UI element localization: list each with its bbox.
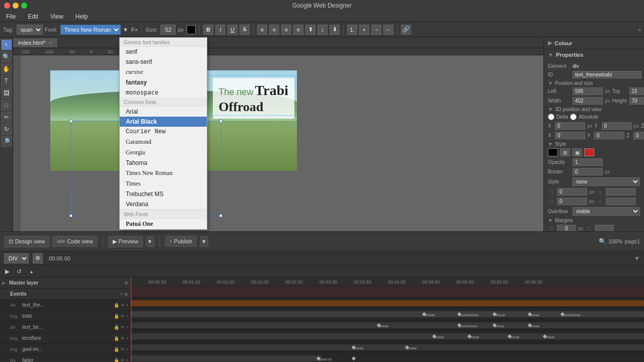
- close-window-btn[interactable]: [4, 3, 10, 9]
- hand-tool[interactable]: ✋: [1, 63, 12, 74]
- image-tool[interactable]: 🖼: [1, 87, 12, 99]
- stroke-color-btn[interactable]: [584, 148, 594, 156]
- publish-btn[interactable]: ↑ Publish: [165, 236, 197, 247]
- publish-arrow[interactable]: ▼: [200, 236, 208, 247]
- absolute-radio[interactable]: [570, 114, 577, 120]
- style-icon-1[interactable]: ⊠: [560, 148, 570, 156]
- tag-select[interactable]: span: [17, 25, 43, 35]
- tab-close-btn[interactable]: ×: [49, 40, 52, 46]
- master-settings-icon[interactable]: ⚙: [124, 281, 128, 286]
- margin-right-input[interactable]: [595, 225, 614, 231]
- list-ul-btn[interactable]: •: [359, 25, 369, 35]
- align-left-btn[interactable]: ≡: [257, 25, 267, 35]
- fill-color-btn[interactable]: [548, 148, 558, 156]
- shape-tool[interactable]: □: [1, 100, 12, 111]
- lock-icon-1[interactable]: 🔒: [114, 314, 119, 319]
- x1-input[interactable]: [555, 122, 585, 130]
- margins-header[interactable]: ▼ Margins: [548, 218, 640, 223]
- delete-icon-0[interactable]: ×: [126, 303, 128, 308]
- delete-icon-1[interactable]: ×: [126, 314, 128, 319]
- delete-icon-2[interactable]: ×: [126, 325, 128, 330]
- delete-icon-5[interactable]: ×: [126, 358, 128, 363]
- link-btn[interactable]: 🔗: [401, 25, 411, 35]
- eye-icon-4[interactable]: 👁: [120, 347, 125, 352]
- marker-btn[interactable]: ⬥: [26, 266, 36, 277]
- expand-btn[interactable]: »: [638, 27, 641, 33]
- y1-input[interactable]: [602, 122, 632, 130]
- font-arial-black[interactable]: Arial Black: [120, 117, 207, 127]
- height-input[interactable]: [629, 97, 644, 105]
- font-fantasy[interactable]: fantasy: [120, 77, 207, 87]
- font-courier-new[interactable]: Courier New: [120, 127, 207, 137]
- style-select[interactable]: none: [573, 177, 640, 186]
- pos3d-header[interactable]: ▼ 3D position and view: [548, 107, 640, 112]
- align-right-btn[interactable]: ≡: [281, 25, 291, 35]
- align-justify-btn[interactable]: ≡: [293, 25, 303, 35]
- tab-index-html[interactable]: index.html* ×: [13, 38, 58, 47]
- border-input[interactable]: [573, 168, 603, 175]
- pen-tool[interactable]: ✏: [1, 112, 12, 123]
- design-view-btn[interactable]: ⊡ Design view: [4, 236, 49, 247]
- playhead[interactable]: [131, 278, 131, 362]
- top-input[interactable]: [629, 87, 644, 95]
- layer-select[interactable]: DIV: [4, 253, 29, 263]
- outdent-btn[interactable]: ←: [383, 25, 393, 35]
- italic-btn[interactable]: I: [215, 25, 225, 35]
- properties-header[interactable]: ▼ Properties: [544, 49, 644, 60]
- rotate-tool[interactable]: ↻: [1, 124, 12, 135]
- font-trebuchet[interactable]: Trebuchet MS: [120, 189, 207, 199]
- id-input[interactable]: [573, 71, 641, 78]
- text-tool[interactable]: T: [1, 75, 12, 86]
- preview-btn[interactable]: ▶ Preview: [108, 236, 143, 247]
- pos-size-header[interactable]: ▼ Position and size: [548, 80, 640, 86]
- font-georgia[interactable]: Georgia: [120, 147, 207, 158]
- font-serif[interactable]: serif: [120, 47, 207, 57]
- code-view-btn[interactable]: </> Code view: [52, 236, 97, 247]
- inspect-tool[interactable]: 🔎: [1, 136, 12, 147]
- handle-tr[interactable]: [219, 120, 222, 123]
- maximize-window-btn[interactable]: [21, 3, 27, 9]
- font-patuaone[interactable]: Patuá One: [120, 219, 207, 229]
- loop-btn[interactable]: ↺: [14, 266, 24, 277]
- y2-input[interactable]: [594, 132, 624, 139]
- margin-top-input[interactable]: [557, 225, 576, 231]
- font-tahoma[interactable]: Tahoma: [120, 158, 207, 168]
- eye-icon-3[interactable]: 👁: [120, 336, 125, 341]
- lock-icon-2[interactable]: 🔒: [114, 325, 119, 330]
- zoom-tool[interactable]: 🔍: [1, 51, 12, 62]
- overflow-select[interactable]: visible hidden scroll: [573, 207, 640, 216]
- align-bottom-btn[interactable]: ⬇: [330, 25, 340, 35]
- left-input[interactable]: [573, 87, 603, 95]
- align-middle-btn[interactable]: ↕: [317, 25, 328, 35]
- align-center-btn[interactable]: ≡: [269, 25, 279, 35]
- font-cursive[interactable]: cursive: [120, 67, 207, 77]
- events-icon[interactable]: +: [120, 292, 123, 297]
- border-b-input[interactable]: [557, 198, 587, 205]
- opacity-input[interactable]: [573, 158, 603, 166]
- delete-icon-4[interactable]: ×: [126, 347, 128, 352]
- menu-edit[interactable]: Edit: [26, 12, 40, 21]
- indent-btn[interactable]: →: [371, 25, 381, 35]
- font-times-new-roman[interactable]: Times New Roman: [120, 168, 207, 178]
- font-sans-serif[interactable]: sans-serif: [120, 57, 207, 67]
- eye-icon-0[interactable]: 👁: [120, 303, 125, 308]
- lock-icon-0[interactable]: 🔒: [114, 303, 119, 308]
- minimize-window-btn[interactable]: [13, 3, 19, 9]
- font-expand-arrow[interactable]: ▼: [123, 27, 128, 33]
- font-arial[interactable]: Arial: [120, 107, 207, 117]
- border-top-input[interactable]: [557, 188, 587, 196]
- strikethrough-btn[interactable]: S̶: [239, 25, 250, 35]
- underline-btn[interactable]: U: [227, 25, 237, 35]
- menu-file[interactable]: File: [4, 12, 18, 21]
- handle-br[interactable]: [219, 214, 222, 217]
- handle-tl[interactable]: [69, 120, 72, 123]
- eye-icon-5[interactable]: 👁: [120, 358, 125, 363]
- handle-bl[interactable]: [69, 214, 72, 217]
- timeline-settings-btn[interactable]: ⚙: [33, 253, 43, 263]
- bold-btn[interactable]: B: [203, 25, 213, 35]
- font-select[interactable]: Times New Roman: [60, 25, 121, 35]
- colour-header[interactable]: ▶ Colour: [544, 37, 644, 49]
- lock-icon-3[interactable]: 🔒: [114, 336, 119, 341]
- menu-help[interactable]: Help: [73, 12, 90, 21]
- timeline-tracks[interactable]: 00:00.50 00:01.00 00:01.50 00:02.00 00:0…: [131, 278, 644, 362]
